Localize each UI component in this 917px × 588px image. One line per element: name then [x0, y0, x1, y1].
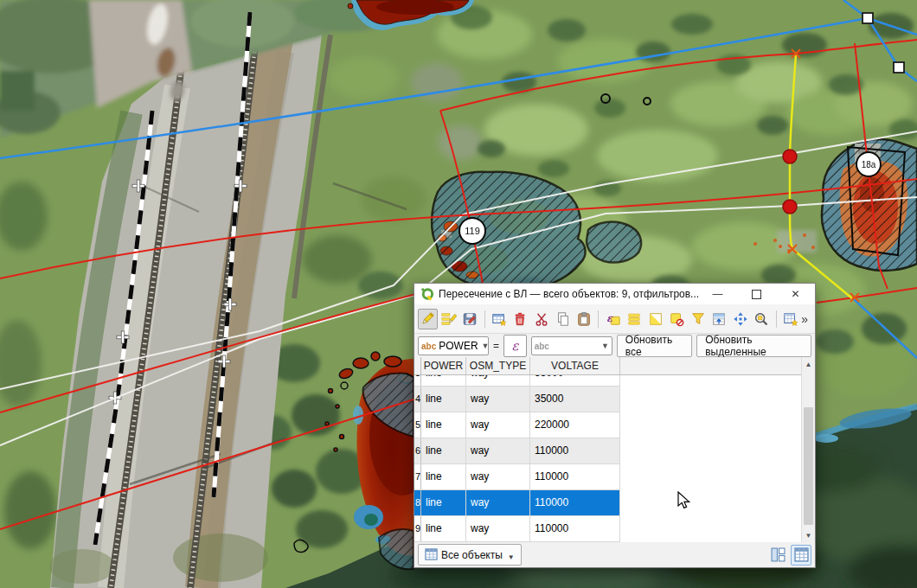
filter-column-select[interactable]: abc POWER ▼: [418, 336, 489, 355]
table-cell[interactable]: 5: [414, 412, 421, 438]
table-cell[interactable]: 110000: [530, 464, 620, 489]
table-row[interactable]: 4lineway35000: [414, 387, 620, 412]
table-view-button[interactable]: [791, 545, 811, 566]
filter-value-input[interactable]: abc ▼: [531, 336, 612, 355]
scrollbar-thumb[interactable]: [804, 407, 813, 525]
svg-text:119: 119: [465, 226, 480, 236]
select-all-icon: [626, 311, 642, 327]
minimize-button[interactable]: —: [698, 284, 737, 304]
column-header-osm-type[interactable]: OSM_TYPE: [466, 357, 530, 374]
table-cell[interactable]: way: [466, 464, 530, 489]
close-button[interactable]: ✕: [776, 284, 815, 304]
table-cell[interactable]: 9: [414, 516, 421, 541]
toggle-editing-button[interactable]: [418, 309, 438, 329]
table-cell[interactable]: way: [466, 387, 530, 412]
table-cell[interactable]: 8: [414, 490, 421, 515]
table-row[interactable]: 7lineway110000: [414, 464, 620, 490]
select-all-button[interactable]: [625, 309, 644, 329]
filter-operator: =: [493, 340, 499, 352]
paste-button[interactable]: [574, 309, 594, 329]
table-row[interactable]: 9lineway110000: [414, 516, 620, 542]
toolbar-overflow-button[interactable]: »: [801, 312, 808, 326]
table-cell[interactable]: way: [466, 375, 530, 386]
table-cell[interactable]: way: [466, 516, 530, 541]
table-cell[interactable]: line: [421, 387, 466, 412]
table-cell[interactable]: way: [466, 438, 530, 463]
table-cell[interactable]: line: [421, 375, 466, 386]
deselect-icon: [669, 311, 684, 327]
scroll-up-icon[interactable]: ▲: [802, 358, 815, 372]
expression-select-icon: ε: [606, 311, 621, 327]
invert-selection-button[interactable]: [645, 309, 665, 329]
scroll-down-icon[interactable]: ▼: [802, 529, 815, 543]
column-header-power[interactable]: POWER: [421, 357, 466, 374]
table-cell[interactable]: line: [421, 464, 466, 489]
table-cell[interactable]: 110000: [530, 490, 620, 515]
pencil-icon: [420, 311, 435, 327]
copy-icon: [555, 311, 571, 327]
view-mode-button[interactable]: Все объекты ▼: [418, 544, 522, 566]
string-type-icon: abc: [421, 342, 436, 351]
table-cell[interactable]: line: [421, 412, 466, 438]
select-by-expression-button[interactable]: ε: [603, 309, 623, 329]
table-row[interactable]: 3lineway35000: [414, 375, 620, 387]
table-cell[interactable]: 35000: [530, 387, 620, 412]
table-cell[interactable]: 110000: [530, 516, 620, 541]
update-selected-button[interactable]: Обновить выделенные: [696, 335, 811, 357]
qgis-map-window: 119 18a Пересечение с ВЛ — всего объекто…: [0, 0, 917, 588]
table-cell[interactable]: 35000: [530, 375, 620, 386]
table-cell[interactable]: way: [466, 412, 530, 438]
zoom-to-selection-button[interactable]: [752, 309, 772, 329]
row-number-header[interactable]: [414, 357, 421, 374]
toolbar-separator: [598, 310, 599, 328]
attribute-table: POWER OSM_TYPE VOLTAGE 3lineway350004lin…: [414, 357, 815, 544]
svg-text:18a: 18a: [862, 160, 876, 169]
save-icon: [462, 311, 478, 327]
table-cell[interactable]: line: [421, 438, 466, 463]
multi-edit-button[interactable]: [439, 309, 459, 329]
delete-selected-button[interactable]: [510, 309, 530, 329]
chevron-down-icon: ▼: [508, 553, 515, 561]
save-edits-button[interactable]: [460, 309, 480, 329]
new-field-button[interactable]: [781, 309, 801, 329]
add-feature-button[interactable]: [490, 309, 510, 329]
table-header: POWER OSM_TYPE VOLTAGE: [414, 357, 802, 375]
select-by-form-button[interactable]: [689, 309, 709, 329]
pan-to-selection-button[interactable]: [731, 309, 751, 329]
table-cell[interactable]: 4: [414, 387, 421, 412]
table-row[interactable]: 8lineway110000: [414, 490, 620, 516]
table-cell[interactable]: 220000: [530, 412, 620, 438]
table-cell[interactable]: way: [466, 490, 530, 515]
label-18a: 18a: [856, 152, 881, 176]
deselect-all-button[interactable]: [667, 309, 687, 329]
form-view-button[interactable]: [767, 545, 788, 566]
multi-edit-icon: [441, 311, 457, 327]
table-body: 3lineway350004lineway350005lineway220000…: [414, 375, 802, 544]
table-cell[interactable]: 110000: [530, 438, 620, 463]
table-add-icon: [491, 311, 507, 327]
svg-text:ε: ε: [606, 311, 613, 323]
column-header-voltage[interactable]: VOLTAGE: [530, 357, 620, 374]
table-cell[interactable]: 7: [414, 464, 421, 489]
label-119: 119: [459, 218, 485, 244]
pan-arrows-icon: [733, 311, 748, 327]
table-row[interactable]: 6lineway110000: [414, 438, 620, 464]
expression-builder-button[interactable]: ε: [503, 335, 527, 357]
new-field-icon: [783, 311, 798, 327]
table-cell[interactable]: 3: [414, 375, 421, 386]
chevron-down-icon: ▼: [478, 342, 490, 350]
filter-icon: [690, 311, 706, 327]
table-cell[interactable]: line: [421, 490, 466, 515]
copy-button[interactable]: [553, 309, 573, 329]
cut-button[interactable]: [532, 309, 552, 329]
vertical-scrollbar[interactable]: ▲ ▼: [801, 357, 815, 544]
update-all-button[interactable]: Обновить все: [617, 335, 692, 357]
scissors-icon: [534, 311, 549, 327]
table-row[interactable]: 5lineway220000: [414, 412, 620, 438]
table-cell[interactable]: line: [421, 516, 466, 541]
title-bar[interactable]: Пересечение с ВЛ — всего объектов: 9, от…: [414, 284, 815, 304]
table-cell[interactable]: 6: [414, 438, 421, 463]
maximize-button[interactable]: [737, 284, 776, 304]
move-selection-to-top-button[interactable]: [709, 309, 729, 329]
toolbar-separator: [484, 310, 485, 328]
